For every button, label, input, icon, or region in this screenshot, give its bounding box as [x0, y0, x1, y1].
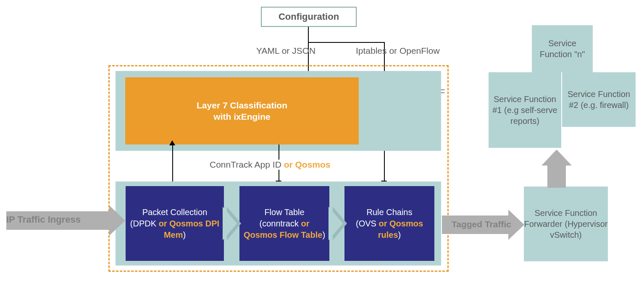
- l7-line2: with ixEngine: [213, 111, 270, 122]
- sff-up-arrow-head: [541, 150, 572, 166]
- tagged-traffic-text: Tagged Traffic: [452, 219, 511, 229]
- sf2-text: Service Function #2 (e.g. firewall): [562, 89, 636, 110]
- service-function-n-box: Service Function "n": [532, 25, 593, 72]
- l7-line1: Layer 7 Classification: [197, 100, 287, 111]
- sf1-text: Service Function #1 (e.g self-serve repo…: [489, 94, 561, 126]
- config-split-line: [308, 42, 385, 43]
- packet-to-l7-line: [172, 145, 173, 182]
- yaml-json-label: YAML or JSON: [256, 46, 315, 56]
- conntrack-label: ConnTrack App ID or Qosmos: [209, 160, 331, 170]
- flow-table-box: Flow Table (conntrack or Qosmos Flow Tab…: [239, 186, 329, 261]
- flow-open: (conntrack: [260, 219, 301, 228]
- ingress-label: IP Traffic Ingress: [6, 214, 81, 225]
- rule-chains-box: Rule Chains (OVS or Qosmos rules): [344, 186, 434, 261]
- pkt-or: or: [159, 219, 170, 228]
- service-function-2-box: Service Function #2 (e.g. firewall): [562, 72, 636, 127]
- chevron-flow-to-rules: [333, 207, 347, 240]
- flow-close: ): [322, 230, 325, 239]
- rule-l1: Rule Chains: [367, 208, 413, 217]
- tagged-traffic-label: Tagged Traffic: [452, 219, 511, 229]
- flow-l1: Flow Table: [264, 208, 304, 217]
- packet-collection-box: Packet Collection (DPDK or Qosmos DPI Me…: [126, 186, 224, 261]
- rule-close: ): [398, 230, 401, 239]
- configuration-box: Configuration: [261, 7, 357, 27]
- yaml-json-text: YAML or JSON: [256, 46, 315, 55]
- iptables-openflow-text: Iptables or OpenFlow: [356, 46, 440, 55]
- flow-or: or: [301, 219, 309, 228]
- pkt-l1: Packet Collection: [142, 208, 208, 217]
- pkt-rest: Qosmos DPI Mem: [164, 219, 219, 239]
- configuration-label: Configuration: [279, 11, 339, 23]
- flow-rest: Qosmos Flow Table: [244, 230, 322, 239]
- packet-to-l7-arrowhead: [169, 140, 175, 145]
- rule-open: (OVS: [356, 219, 379, 228]
- ingress-text: IP Traffic Ingress: [6, 214, 81, 225]
- sfn-text: Service Function "n": [532, 38, 593, 60]
- service-function-forwarder-box: Service Function Forwarder (Hypervisor v…: [524, 187, 608, 261]
- flow-table-content: Flow Table (conntrack or Qosmos Flow Tab…: [242, 207, 327, 241]
- conntrack-prefix: ConnTrack App ID: [210, 160, 284, 169]
- packet-collection-content: Packet Collection (DPDK or Qosmos DPI Me…: [128, 207, 221, 241]
- service-function-1-box: Service Function #1 (e.g self-serve repo…: [489, 72, 561, 148]
- config-stem-line: [308, 27, 309, 43]
- pkt-open: (DPDK: [130, 219, 159, 228]
- rule-chains-content: Rule Chains (OVS or Qosmos rules): [347, 207, 432, 241]
- pkt-close: ): [183, 230, 186, 239]
- chevron-pkt-to-flow: [227, 207, 241, 240]
- layer7-classification-box: Layer 7 Classification with ixEngine: [125, 77, 359, 145]
- iptables-openflow-label: Iptables or OpenFlow: [356, 46, 440, 56]
- rule-or: or: [379, 219, 389, 228]
- sff-up-arrow-shaft: [547, 165, 566, 188]
- sff-text: Service Function Forwarder (Hypervisor v…: [524, 208, 608, 240]
- conntrack-accent: or Qosmos: [284, 160, 331, 169]
